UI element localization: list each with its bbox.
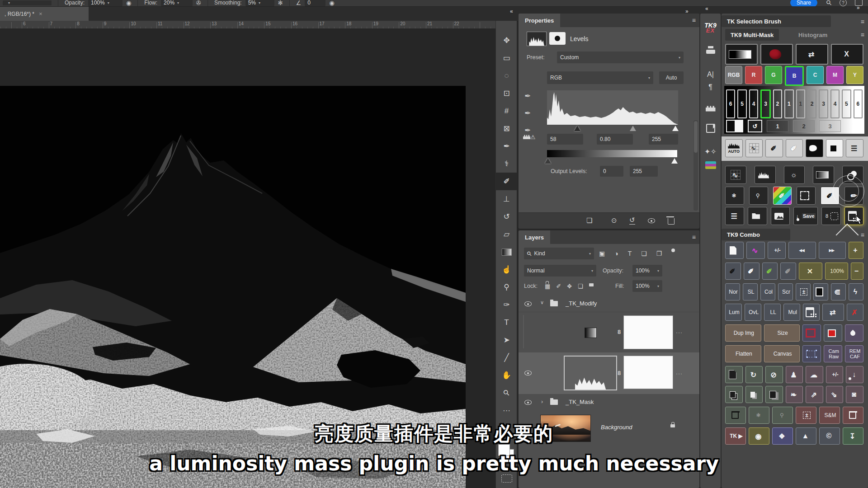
zone-subset-3-button[interactable]: 3 [819,120,841,132]
expand-view-button[interactable]: ✕ [799,263,822,280]
input-black-field[interactable]: 58 [547,134,583,145]
effects-icon[interactable]: ✦✧ [700,147,721,156]
expand-tk-icon[interactable]: » [857,5,860,11]
levels-thumbnail[interactable] [564,356,617,390]
layer-options-dots[interactable]: ··· [676,329,683,336]
gradient-map-button[interactable] [813,166,834,184]
blend-multiply-button[interactable]: Mul [783,304,800,321]
gradient-thumbnail[interactable] [585,328,597,338]
panel-menu-icon[interactable]: ≡ [692,17,696,24]
canvas-size-button[interactable]: Canvas [764,345,800,362]
properties-scrollbar[interactable] [693,120,698,211]
zone-darks-4[interactable]: 4 [749,89,758,118]
output-white-field[interactable]: 255 [630,166,658,177]
blend-luminosity-button[interactable]: Lum [725,304,742,321]
histogram-panel-icon[interactable] [700,105,721,112]
output-white-slider[interactable] [671,158,678,164]
contract-selection-button[interactable]: ⇘ [826,386,844,403]
remove-ca-button[interactable]: REM CAF [845,345,863,362]
color-overlay-button[interactable] [760,44,793,65]
channel-yellow-button[interactable]: Y [846,66,863,84]
brightness-button[interactable]: ☼ [784,166,805,184]
pressure-opacity-icon[interactable]: ◉ [126,0,131,6]
collapse-panel-icon[interactable]: « [510,8,513,14]
canvas-area[interactable] [0,28,495,488]
plus-minus-mask-button[interactable]: +/- [768,242,786,259]
lock-artboard-icon[interactable]: ❏ [578,283,583,290]
frame-tool[interactable]: ⊠ [496,120,517,137]
blend-normal-button[interactable]: Nor [725,283,740,300]
move-tool[interactable]: ✥ [496,32,517,49]
levels-adjustment-icon[interactable] [527,32,547,46]
zone-lights-6[interactable]: 6 [854,89,863,118]
gradient-preview-button[interactable] [725,44,758,65]
filter-adjustment-icon[interactable]: ◑ [614,250,618,257]
chevron-expanded-icon[interactable]: ∨ [540,300,544,305]
white-input-slider[interactable] [672,126,679,131]
layer-row-levels-selected[interactable]: 8 ··· [519,352,699,394]
hand-tool[interactable]: ✋ [496,366,517,384]
layer-fill-field[interactable]: 100%▾ [632,280,662,292]
invert-mask-button[interactable]: ⇄ [796,44,828,65]
black-mask-button[interactable] [813,283,828,300]
zone-lights-4[interactable]: 4 [830,89,840,118]
size-plus-button[interactable]: + [849,242,863,259]
image-size-button[interactable]: Size [764,324,800,342]
tab-properties[interactable]: Properties [519,14,560,27]
channel-magenta-button[interactable]: M [826,66,844,84]
panel-menu-icon[interactable]: ≡ [861,18,864,25]
panel-menu-icon[interactable]: ≡ [861,31,864,38]
layer-opacity-field[interactable]: 100%▾ [632,265,662,277]
type-tool[interactable]: T [496,314,517,331]
zone-lights-1[interactable]: 1 [796,89,805,118]
input-gamma-field[interactable]: 0.80 [597,134,633,145]
zone-darks-1[interactable]: 1 [784,89,793,118]
save-mask-button[interactable]: Save [793,207,818,225]
blend-overlay-button[interactable]: OvL [745,304,761,321]
zone-darks-3[interactable]: 3 [760,89,770,118]
clear-mask-button[interactable]: X [831,44,863,65]
reset-zones-button[interactable]: ↺ [748,120,762,132]
opacity-100-button[interactable]: 100% [825,263,848,280]
expand-selection-button[interactable]: ⇗ [806,386,823,403]
zoom-tool[interactable]: ⚲ [496,384,517,402]
channel-rgb-button[interactable]: RGB [725,66,742,84]
layer-mask-icon[interactable] [549,32,566,45]
airbrush-button[interactable]: ❃ [725,187,744,205]
channel-green-button[interactable]: G [765,66,782,84]
close-icon[interactable]: × [39,10,42,17]
brush-tool[interactable]: ✐ [496,173,517,190]
search-icon[interactable]: ⚲ [824,0,834,7]
smoothing-gear-icon[interactable]: ✻ [278,0,283,6]
smudge-tool[interactable]: ☝ [496,261,517,278]
portrait-button[interactable]: ♟ [786,366,803,383]
eye-off-slot[interactable] [523,315,524,348]
stamp-layers-button[interactable] [725,386,743,403]
channel-select[interactable]: RGB▾ [547,71,653,84]
view-previous-state-icon[interactable]: ⊙ [611,216,617,225]
visibility-eye-icon[interactable] [524,300,532,307]
blur-button[interactable] [845,324,863,342]
zone-subset-2-button[interactable]: 2 [793,120,815,132]
print-icon[interactable] [700,45,721,55]
layer-row-gradient[interactable]: 8 ··· [519,312,699,352]
opacity-field[interactable]: 100%▾ [88,0,123,6]
lock-position-icon[interactable]: ✥ [567,283,572,290]
mask-square-button[interactable] [826,139,844,157]
expand-panel-icon[interactable]: » [685,8,689,14]
brush-white-button[interactable]: ✐ [744,263,760,280]
gradient-tool[interactable] [496,243,517,261]
actions-button[interactable]: ϟ [849,283,863,300]
camera-raw-button[interactable]: Cam Raw [824,345,842,362]
mask-thumbnail[interactable] [623,356,673,389]
save-dot-button[interactable]: ↓ [846,366,863,383]
fast-forward-button[interactable]: ▶▶ [819,242,846,259]
blend-screen-button[interactable]: Scr [778,283,793,300]
tk-panel-title[interactable]: TK Selection Brush [722,15,831,27]
calculations-button[interactable] [803,304,820,321]
gray-point-eyedropper-icon[interactable]: ✒ [524,108,531,118]
rewind-button[interactable]: ◀◀ [788,242,816,259]
preset-select[interactable]: Custom▾ [557,52,684,63]
quick-mask-button[interactable] [501,474,512,483]
curves-magenta-button[interactable]: ∿ [746,242,765,259]
